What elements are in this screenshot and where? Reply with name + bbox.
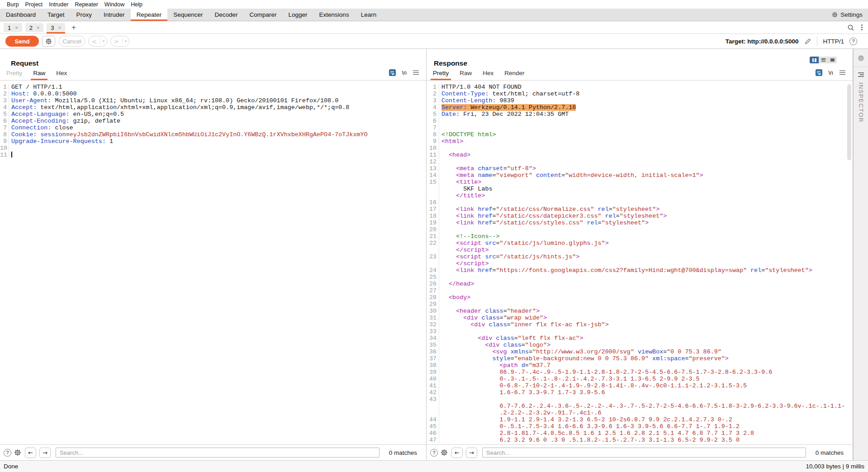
line-number: 7 [427, 124, 439, 131]
editor-tab-raw[interactable]: Raw [454, 70, 477, 80]
word-wrap-icon[interactable] [816, 69, 822, 76]
protocol-help-icon[interactable]: ? [849, 38, 857, 45]
back-button[interactable]: <▾ [88, 36, 107, 47]
layout-columns-button[interactable] [810, 57, 819, 63]
edit-target-icon[interactable] [804, 38, 811, 45]
tab-intruder[interactable]: Intruder [98, 9, 131, 21]
inspector-label[interactable]: INSPECTOR [858, 82, 864, 123]
search-help-icon[interactable]: ? [4, 449, 11, 457]
code-line: 7Connection: close [0, 124, 426, 131]
tab-extensions[interactable]: Extensions [313, 9, 355, 21]
close-tab-icon[interactable]: × [58, 25, 61, 30]
line-number: 45 [427, 423, 439, 430]
tab-dashboard[interactable]: Dashboard [0, 9, 42, 21]
line-number: 4 [427, 104, 439, 111]
tab-decoder[interactable]: Decoder [209, 9, 243, 21]
status-bar: Done 10,003 bytes | 9 millis [0, 460, 868, 472]
search-next-button[interactable]: → [39, 448, 51, 458]
search-prev-button[interactable]: ← [451, 448, 463, 458]
line-number: 1 [427, 84, 439, 91]
code-line: 8Cookie: session=eyJsb2dnZWRpbiI6bnVsbCw… [0, 131, 426, 138]
code-line: 9<html> [427, 138, 853, 145]
word-wrap-icon[interactable] [389, 69, 396, 76]
search-settings-icon[interactable] [440, 448, 448, 457]
layout-rows-button[interactable] [819, 57, 828, 63]
search-help-icon[interactable]: ? [430, 449, 438, 457]
repeater-tab-2[interactable]: 2× [25, 23, 44, 32]
editor-tab-pretty[interactable]: Pretty [427, 70, 454, 80]
line-number: 28 [427, 294, 439, 301]
line-number: 11 [427, 152, 439, 158]
code-line: 1GET / HTTP/1.1 [0, 84, 426, 91]
line-number: 25 [427, 274, 439, 281]
repeater-tab-3[interactable]: 3× [47, 23, 65, 32]
code-line: 15 <title> [427, 179, 853, 186]
menu-item-intruder[interactable]: Intruder [46, 1, 71, 8]
send-settings-button[interactable] [42, 36, 55, 47]
search-next-button[interactable]: → [466, 448, 477, 458]
inspector-collapse-icon[interactable] [858, 72, 864, 77]
code-line: 35 <div class="logo"> [427, 342, 853, 348]
editor-tab-render[interactable]: Render [499, 70, 530, 80]
code-line: 44 1.9-1.1 2.9-1.4 3.2-1.3 6.5-2 10-2s6.… [427, 416, 853, 423]
tab-sequencer[interactable]: Sequencer [167, 9, 209, 21]
tab-proxy[interactable]: Proxy [71, 9, 98, 21]
line-number: 37 [427, 355, 439, 362]
request-editor[interactable]: 1GET / HTTP/1.12Host: 0.0.0.0:50003User-… [0, 81, 426, 444]
settings-button[interactable]: Settings [831, 9, 868, 21]
line-number: 32 [427, 321, 439, 328]
line-number [427, 192, 439, 199]
close-tab-icon[interactable]: × [15, 25, 18, 30]
send-button[interactable]: Send [5, 36, 39, 47]
line-number [427, 260, 439, 267]
menu-item-burp[interactable]: Burp [4, 1, 22, 8]
code-line: 33 [427, 328, 853, 335]
menu-item-help[interactable]: Help [128, 1, 146, 8]
editor-menu-icon[interactable] [840, 71, 845, 75]
menu-item-repeater[interactable]: Repeater [71, 1, 101, 8]
tab-comparer[interactable]: Comparer [244, 9, 283, 21]
search-prev-button[interactable]: ← [25, 448, 36, 458]
code-line: 17 <link href="/static/css/Normalize.css… [427, 206, 853, 213]
code-line: </script> [427, 247, 853, 253]
search-settings-icon[interactable] [14, 448, 22, 457]
code-line: 4Server: Werkzeug/0.14.1 Python/2.7.18 [427, 104, 853, 111]
search-icon[interactable] [847, 24, 854, 31]
forward-button[interactable]: >▾ [110, 36, 129, 47]
code-line: 8<!DOCTYPE html> [427, 131, 853, 138]
request-panel: Request PrettyRawHex \n 1GET / HTTP/1.12… [0, 49, 427, 460]
menu-item-project[interactable]: Project [22, 1, 46, 8]
tab-repeater[interactable]: Repeater [131, 9, 168, 21]
editor-tab-hex[interactable]: Hex [477, 70, 499, 80]
line-number: 3 [427, 97, 439, 104]
editor-tab-raw[interactable]: Raw [28, 70, 51, 80]
show-newlines-icon[interactable]: \n [402, 70, 407, 76]
layout-single-button[interactable] [828, 57, 837, 63]
text-cursor [11, 152, 12, 157]
code-line: 38 <path d="m37.7 [427, 362, 853, 369]
line-number: 5 [427, 111, 439, 118]
menu-item-window[interactable]: Window [101, 1, 128, 8]
response-editor[interactable]: 1HTTP/1.0 404 NOT FOUND2Content-Type: te… [427, 81, 853, 444]
repeater-tab-1[interactable]: 1× [4, 23, 22, 32]
request-match-count: 0 matches [389, 449, 417, 456]
line-number: 40 [427, 376, 439, 382]
editor-tab-pretty[interactable]: Pretty [1, 70, 28, 80]
show-newlines-icon[interactable]: \n [829, 70, 833, 76]
close-tab-icon[interactable]: × [37, 25, 39, 30]
tab-learn[interactable]: Learn [355, 9, 383, 21]
scrollbar-thumb[interactable] [847, 84, 851, 160]
tab-logger[interactable]: Logger [283, 9, 313, 21]
request-search-input[interactable] [56, 448, 379, 458]
response-search-input[interactable] [482, 448, 806, 458]
editor-tab-hex[interactable]: Hex [51, 70, 72, 80]
line-number: 12 [427, 158, 439, 165]
cancel-button[interactable]: Cancel [59, 36, 85, 47]
inspector-settings-icon[interactable] [857, 54, 865, 62]
more-options-icon[interactable] [861, 24, 863, 30]
tab-target[interactable]: Target [42, 9, 71, 21]
line-number: 8 [427, 131, 439, 138]
add-tab-button[interactable]: + [71, 23, 76, 32]
editor-menu-icon[interactable] [413, 71, 419, 75]
code-line: 31 <div class="wrap wide"> [427, 315, 853, 321]
